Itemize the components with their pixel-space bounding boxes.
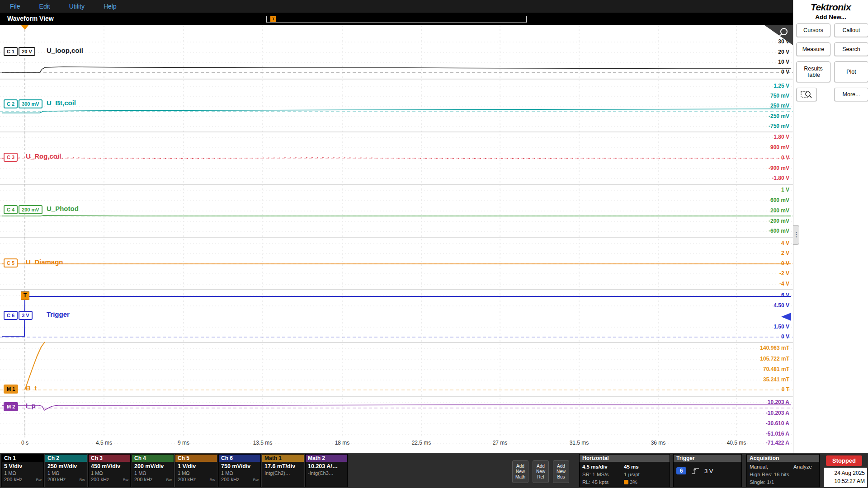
trigger-position-marker[interactable] xyxy=(21,25,28,30)
rising-edge-icon xyxy=(691,467,700,475)
badge-cell[interactable]: C 4 xyxy=(4,205,18,214)
bottom-badge-ch6[interactable]: Ch 6750 mV/div1 MΩ200 kHzBw xyxy=(218,454,261,487)
badge-bandwidth: 200 kHz xyxy=(89,476,109,482)
scale-tick-c2: 1.25 V xyxy=(717,83,789,89)
add-new-heading: Add New... xyxy=(793,14,868,20)
badge-cell[interactable]: 20 V xyxy=(19,47,35,56)
plot-button[interactable]: Plot xyxy=(834,61,868,82)
bottom-badge-math2[interactable]: Math 210.203 A/…-Intg(Ch3… xyxy=(305,454,348,487)
trigger-source-badge[interactable]: 6 xyxy=(676,467,686,474)
scale-tick-c2: 750 mV xyxy=(717,93,789,99)
trigger-position-badge[interactable]: T xyxy=(21,291,29,300)
ref-word: Ref xyxy=(533,474,548,480)
scale-tick-c6: 0 V xyxy=(717,333,789,340)
measure-button[interactable]: Measure xyxy=(796,42,830,56)
acquisition-single: Single: 1/1 xyxy=(750,479,819,486)
channel-badge-c6[interactable]: C 63 V xyxy=(4,311,33,320)
bottom-badge-ch1[interactable]: Ch 15 V/div1 MΩ200 kHzBw xyxy=(1,454,44,487)
badge-cell[interactable]: M 2 xyxy=(4,402,18,411)
x-axis-label: 22.5 ms xyxy=(406,440,437,446)
waveform-label-I_p[interactable]: I_p xyxy=(26,402,36,409)
channel-badge-c5[interactable]: C 5 xyxy=(4,258,18,267)
sample-resolution: 1 µs/pt xyxy=(624,471,640,479)
scale-tick-c5: 2 V xyxy=(717,250,789,256)
bottom-badge-ch5[interactable]: Ch 51 V/div1 MΩ200 kHzBw xyxy=(175,454,217,487)
channel-badge-c3[interactable]: C 3 xyxy=(4,153,18,162)
callout-button[interactable]: Callout xyxy=(834,23,868,37)
badge-cell[interactable]: M 1 xyxy=(4,385,18,394)
results-table-button[interactable]: Results Table xyxy=(796,61,830,82)
badge-cell[interactable]: 3 V xyxy=(19,311,33,320)
waveform-label-Trigger[interactable]: Trigger xyxy=(47,310,70,318)
scale-tick-c5: -2 V xyxy=(717,270,789,277)
badge-cell[interactable]: 300 mV xyxy=(19,99,42,108)
waveform-svg xyxy=(0,25,793,453)
menu-utility[interactable]: Utility xyxy=(69,3,85,10)
badge-cell[interactable]: C 3 xyxy=(4,153,18,162)
trace-U_loop,coil xyxy=(2,67,791,72)
waveform-label-U_Diamagn[interactable]: U_Diamagn xyxy=(26,258,63,266)
scale-tick-c6: 6 V xyxy=(717,292,789,298)
trigger-panel-title: Trigger xyxy=(674,455,741,462)
zoom-button[interactable] xyxy=(764,25,793,45)
badge-cell[interactable]: C 1 xyxy=(4,47,18,56)
waveform-label-B_t[interactable]: B_t xyxy=(26,384,37,392)
trigger-level-marker[interactable] xyxy=(781,313,791,321)
badge-scale: 750 mV/div xyxy=(219,462,260,469)
run-stop-status[interactable]: Stopped xyxy=(826,455,862,466)
waveform-label-U_Bt,coil[interactable]: U_Bt,coil xyxy=(47,99,76,107)
acquisition-panel[interactable]: Acquisition Manual, Analyze High Res: 16… xyxy=(746,454,820,487)
badge-cell[interactable]: C 6 xyxy=(4,311,18,320)
scale-tick-c1: 10 V xyxy=(717,59,789,65)
x-axis-label: 9 ms xyxy=(168,440,199,446)
horizontal-panel[interactable]: Horizontal 4.5 ms/div 45 ms SR: 1 MS/s 1… xyxy=(579,454,670,487)
badge-cell[interactable]: C 2 xyxy=(4,99,18,108)
trigger-panel[interactable]: Trigger 6 3 V xyxy=(673,454,742,487)
scale-tick-c4: 600 mV xyxy=(717,197,789,203)
badge-bandwidth: 200 kHz xyxy=(45,476,66,482)
x-axis-label: 0 s xyxy=(9,440,41,446)
waveform-label-U_Rog,coil[interactable]: U_Rog,coil xyxy=(26,152,61,160)
add-new-ref-button[interactable]: Add New Ref xyxy=(533,460,549,483)
zoom-search-button[interactable] xyxy=(796,88,817,101)
badge-cell[interactable]: C 5 xyxy=(4,258,18,267)
waveform-label-U_loop,coil[interactable]: U_loop,coil xyxy=(47,47,83,54)
channel-badge-c4[interactable]: C 4200 mV xyxy=(4,205,42,214)
waveform-view-bar: Waveform View T xyxy=(0,13,793,25)
menu-edit[interactable]: Edit xyxy=(39,3,50,10)
horizontal-preview-bar[interactable]: T xyxy=(266,16,527,23)
waveform-label-U_Photod[interactable]: U_Photod xyxy=(47,205,79,212)
bottom-badge-math1[interactable]: Math 117.6 mT/divIntg(Ch2)… xyxy=(262,454,304,487)
scale-tick-c3: 1.80 V xyxy=(717,134,789,140)
add-new-math-button[interactable]: Add New Math xyxy=(512,460,528,483)
bw-limit-tag: Bw xyxy=(253,478,259,482)
menu-help[interactable]: Help xyxy=(104,3,117,10)
more-button[interactable]: More... xyxy=(834,88,868,101)
scale-tick-c2: -250 mV xyxy=(717,113,789,119)
bottom-badge-ch3[interactable]: Ch 3450 mV/div1 MΩ200 kHzBw xyxy=(88,454,131,487)
scale-tick-c1: 0 V xyxy=(717,69,789,75)
channel-badge-m2[interactable]: M 2 xyxy=(4,402,18,411)
bottom-badge-ch4[interactable]: Ch 4200 mV/div1 MΩ200 kHzBw xyxy=(132,454,174,487)
scale-tick-c3: 900 mV xyxy=(717,144,789,150)
math-word: Math xyxy=(513,474,528,480)
scale-tick-c5: 0 V xyxy=(717,260,789,267)
x-axis-label: 18 ms xyxy=(326,440,358,446)
add-new-bus-button[interactable]: Add New Bus xyxy=(553,460,569,483)
channel-badge-m1[interactable]: M 1 xyxy=(4,385,18,394)
scale-tick-m2: -10.203 A xyxy=(717,410,789,416)
bottom-badge-ch2[interactable]: Ch 2250 mV/div1 MΩ200 kHzBw xyxy=(45,454,87,487)
channel-badge-c1[interactable]: C 120 V xyxy=(4,47,35,56)
badge-bandwidth: 200 kHz xyxy=(219,476,239,482)
channel-badge-c2[interactable]: C 2300 mV xyxy=(4,99,42,108)
menu-file[interactable]: File xyxy=(10,3,20,10)
preview-trigger-marker[interactable]: T xyxy=(270,16,276,22)
badge-title: Ch 1 xyxy=(2,455,43,462)
badge-cell[interactable]: 200 mV xyxy=(19,205,42,214)
search-button[interactable]: Search xyxy=(834,42,868,56)
panel-splitter-handle[interactable]: ⋮ xyxy=(793,225,799,245)
scale-tick-c3: -900 mV xyxy=(717,165,789,171)
horizontal-panel-title: Horizontal xyxy=(580,455,670,462)
badge-scale: 450 mV/div xyxy=(89,462,130,469)
cursors-button[interactable]: Cursors xyxy=(796,23,830,37)
